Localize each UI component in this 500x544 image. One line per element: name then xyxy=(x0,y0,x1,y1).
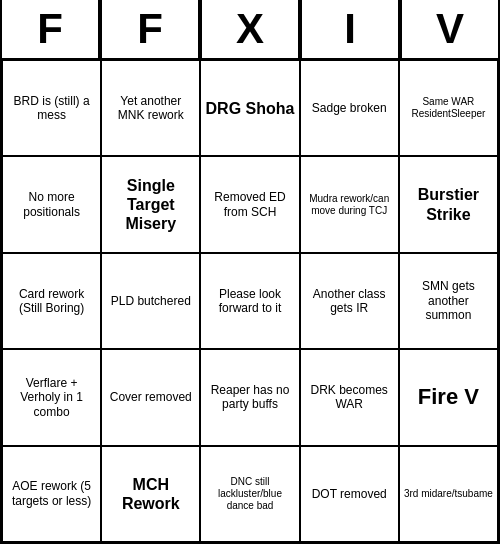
header-letter-F-1: F xyxy=(100,0,200,58)
header-letter-V-4: V xyxy=(400,0,500,58)
header-letter-I-3: I xyxy=(300,0,400,58)
cell-r1-c0[interactable]: No more positionals xyxy=(2,156,101,252)
cell-r0-c3[interactable]: Sadge broken xyxy=(300,60,399,156)
cell-r1-c1[interactable]: Single Target Misery xyxy=(101,156,200,252)
cell-r0-c2[interactable]: DRG Shoha xyxy=(200,60,299,156)
cell-r4-c4[interactable]: 3rd midare/tsubame xyxy=(399,446,498,542)
cell-r2-c4[interactable]: SMN gets another summon xyxy=(399,253,498,349)
header-row: FFXIV xyxy=(0,0,500,60)
cell-r0-c1[interactable]: Yet another MNK rework xyxy=(101,60,200,156)
cell-r1-c4[interactable]: Burstier Strike xyxy=(399,156,498,252)
cell-r2-c2[interactable]: Please look forward to it xyxy=(200,253,299,349)
cell-r0-c4[interactable]: Same WAR ResidentSleeper xyxy=(399,60,498,156)
header-letter-X-2: X xyxy=(200,0,300,58)
cell-r1-c2[interactable]: Removed ED from SCH xyxy=(200,156,299,252)
cell-r3-c1[interactable]: Cover removed xyxy=(101,349,200,445)
cell-r3-c0[interactable]: Verflare + Verholy in 1 combo xyxy=(2,349,101,445)
cell-r4-c1[interactable]: MCH Rework xyxy=(101,446,200,542)
bingo-card: FFXIV BRD is (still) a messYet another M… xyxy=(0,0,500,544)
cell-r1-c3[interactable]: Mudra rework/can move during TCJ xyxy=(300,156,399,252)
cell-r2-c0[interactable]: Card rework (Still Boring) xyxy=(2,253,101,349)
cell-r2-c1[interactable]: PLD butchered xyxy=(101,253,200,349)
cell-r4-c2[interactable]: DNC still lackluster/blue dance bad xyxy=(200,446,299,542)
cell-r2-c3[interactable]: Another class gets IR xyxy=(300,253,399,349)
cell-r3-c2[interactable]: Reaper has no party buffs xyxy=(200,349,299,445)
cell-r0-c0[interactable]: BRD is (still) a mess xyxy=(2,60,101,156)
cell-r4-c3[interactable]: DOT removed xyxy=(300,446,399,542)
header-letter-F-0: F xyxy=(0,0,100,58)
cell-r3-c4[interactable]: Fire V xyxy=(399,349,498,445)
bingo-grid: BRD is (still) a messYet another MNK rew… xyxy=(0,60,500,544)
cell-r3-c3[interactable]: DRK becomes WAR xyxy=(300,349,399,445)
cell-r4-c0[interactable]: AOE rework (5 targets or less) xyxy=(2,446,101,542)
